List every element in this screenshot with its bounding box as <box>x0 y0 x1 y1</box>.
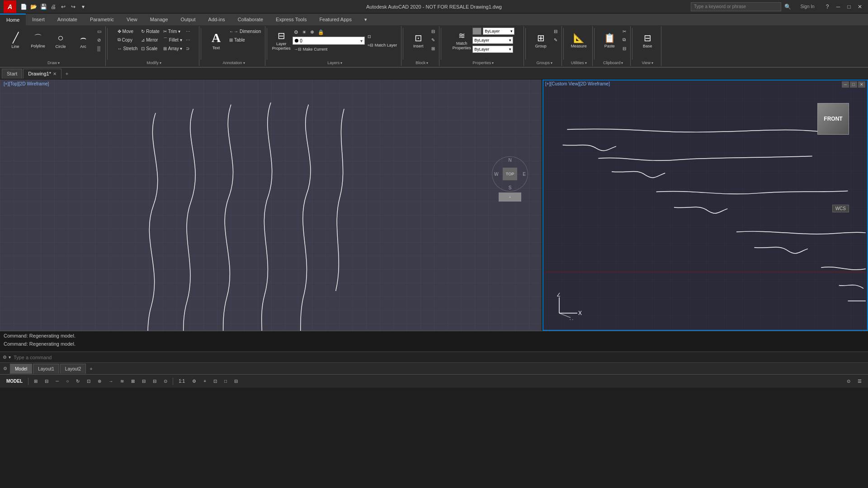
viewport-right-label[interactable]: [+][Custom View][2D Wireframe] <box>545 81 610 86</box>
color-swatch[interactable] <box>472 28 481 35</box>
tab-express[interactable]: Express Tools <box>269 14 313 25</box>
tab-insert[interactable]: Insert <box>26 14 51 25</box>
tab-more[interactable]: ▾ <box>358 14 373 25</box>
close-btn[interactable]: ✕ <box>855 2 864 11</box>
annotation-scale[interactable]: + <box>201 376 209 386</box>
cmd-arrows-icon[interactable]: ▾ <box>9 355 11 360</box>
utilities-dropdown-icon[interactable]: ▾ <box>585 61 587 65</box>
match-layer-btn[interactable]: ≈⊟ Match Layer <box>366 41 398 49</box>
front-cube[interactable]: FRONT <box>817 103 849 135</box>
front-face[interactable]: FRONT <box>817 103 849 135</box>
layer-isolate-btn[interactable]: ⊡ <box>366 33 398 41</box>
view-controls-strip[interactable]: + <box>499 192 521 202</box>
tab-collaborate[interactable]: Collaborate <box>231 14 269 25</box>
tab-home[interactable]: Home <box>0 14 26 25</box>
copy2-btn[interactable]: ⧉ <box>621 36 627 44</box>
hardware-toggle[interactable]: ⊟ <box>231 376 241 386</box>
fullscreen-toggle[interactable]: □ <box>222 376 230 386</box>
arc-btn[interactable]: ⌢ Arc <box>72 27 94 54</box>
layout-tab-model[interactable]: Model <box>10 364 32 374</box>
geosnap-toggle[interactable]: ⊙ <box>161 376 170 386</box>
trim-btn[interactable]: ✂ Trim ▾ <box>162 27 184 35</box>
props-dropdown-icon[interactable]: ▾ <box>492 61 494 65</box>
match-properties-btn[interactable]: ≋ MatchProperties <box>452 27 472 54</box>
dyn-toggle[interactable]: → <box>106 376 116 386</box>
wcs-label[interactable]: WCS <box>832 205 849 212</box>
rv-maximize-btn[interactable]: □ <box>850 81 857 88</box>
undo-btn[interactable]: ↩ <box>59 2 68 11</box>
circle-btn[interactable]: ○ Circle <box>50 27 71 54</box>
stretch-btn[interactable]: ↔ Stretch <box>116 44 139 52</box>
color-dropdown[interactable]: ByLayer▾ <box>483 28 514 35</box>
tab-manage[interactable]: Manage <box>144 14 175 25</box>
layout-settings-btn[interactable]: ⚙ <box>2 366 8 372</box>
group-edit-btn[interactable]: ✎ <box>552 36 559 44</box>
viewport-left[interactable]: [+][Top][2D Wireframe] N S E W TOP + <box>0 80 542 331</box>
layer-dropdown[interactable]: 0 ▾ <box>292 37 365 45</box>
search-bar[interactable]: Type a keyword or phrase <box>691 2 781 11</box>
cut-btn[interactable]: ✂ <box>621 27 627 35</box>
viewport-scale[interactable]: 1:1 <box>176 376 188 386</box>
tab-start[interactable]: Start <box>2 69 22 79</box>
rv-close-btn[interactable]: ✕ <box>858 81 865 88</box>
grid-toggle[interactable]: ⊞ <box>31 376 40 386</box>
signin-btn[interactable]: Sign In <box>794 2 821 11</box>
text-btn[interactable]: A Text <box>205 27 227 54</box>
layer-lock-btn[interactable]: 🔒 <box>316 28 326 36</box>
open-file-btn[interactable]: 📂 <box>29 2 38 11</box>
paste-btn[interactable]: 📋 Paste <box>599 27 620 54</box>
fillet-extra[interactable]: ⋯ <box>184 36 192 44</box>
clipboard-dropdown-icon[interactable]: ▾ <box>621 61 623 65</box>
layer-freeze-btn[interactable]: ❄ <box>309 28 316 36</box>
rectangle-btn[interactable]: ▭ <box>96 27 103 35</box>
lineweight-dropdown[interactable]: ByLayer▾ <box>472 46 513 53</box>
layer-properties-btn[interactable]: ⊟ LayerProperties <box>271 27 291 54</box>
table-btn[interactable]: ⊞ Table <box>228 36 262 44</box>
maximize-btn[interactable]: □ <box>844 2 854 11</box>
layer-state-btn[interactable]: ⚙ <box>292 28 300 36</box>
isolate-objects[interactable]: ⊙ <box>844 376 853 386</box>
help-btn[interactable]: ? <box>823 2 832 11</box>
layout-add-btn[interactable]: + <box>87 365 95 373</box>
line-btn[interactable]: ╱ Line <box>5 27 26 54</box>
scale-btn[interactable]: ⊡ Scale <box>140 44 160 52</box>
osnap-toggle[interactable]: ↻ <box>73 376 82 386</box>
compass-ring[interactable]: N S E W TOP <box>492 156 528 192</box>
qa-dropdown-btn[interactable]: ▾ <box>79 2 88 11</box>
tab-add-btn[interactable]: + <box>62 69 71 78</box>
tab-view[interactable]: View <box>120 14 144 25</box>
explode-btn[interactable]: ⊃ <box>184 44 192 52</box>
polyline-btn[interactable]: ⌒ Polyline <box>27 27 49 54</box>
trim-extra[interactable]: ⋯ <box>184 27 192 35</box>
clipboard-extra[interactable]: ⊟ <box>621 44 627 52</box>
ducs-toggle[interactable]: ⊛ <box>95 376 104 386</box>
layout-tab-layout1[interactable]: Layout1 <box>33 364 59 374</box>
transparency-toggle[interactable]: ⊠ <box>128 376 137 386</box>
tab-addins[interactable]: Add-ins <box>202 14 231 25</box>
groups-dropdown-icon[interactable]: ▾ <box>551 61 552 65</box>
annotation-dropdown-icon[interactable]: ▾ <box>243 61 245 65</box>
group-btn[interactable]: ⊞ Group <box>530 27 552 54</box>
draw-dropdown-icon[interactable]: ▾ <box>58 61 60 65</box>
mirror-btn[interactable]: ⊿ Mirror <box>140 36 160 44</box>
dimension-btn[interactable]: ←→ Dimension <box>228 27 262 35</box>
tab-parametric[interactable]: Parametric <box>84 14 120 25</box>
ungroup-btn[interactable]: ⊟ <box>552 27 559 35</box>
model-status[interactable]: MODEL <box>4 376 25 386</box>
snap-toggle[interactable]: ⊟ <box>42 376 51 386</box>
workspace-toggle[interactable]: ⊡ <box>211 376 220 386</box>
minimize-btn[interactable]: ─ <box>834 2 843 11</box>
base-btn[interactable]: ⊟ Base <box>637 27 658 54</box>
copy-btn[interactable]: ⧉ Copy <box>116 36 139 44</box>
cmd-settings-icon[interactable]: ⚙ <box>3 355 7 360</box>
top-face[interactable]: TOP <box>503 168 517 180</box>
tab-drawing1[interactable]: Drawing1* ✕ <box>23 69 61 79</box>
viewport-left-label[interactable]: [+][Top][2D Wireframe] <box>4 81 49 86</box>
tab-drawing1-close[interactable]: ✕ <box>53 71 57 76</box>
save-btn[interactable]: 💾 <box>39 2 48 11</box>
new-file-btn[interactable]: 📄 <box>19 2 28 11</box>
print-btn[interactable]: 🖨 <box>49 2 58 11</box>
tab-featured[interactable]: Featured Apps <box>313 14 358 25</box>
redo-btn[interactable]: ↪ <box>69 2 78 11</box>
block-extra[interactable]: ⊞ <box>430 44 436 52</box>
